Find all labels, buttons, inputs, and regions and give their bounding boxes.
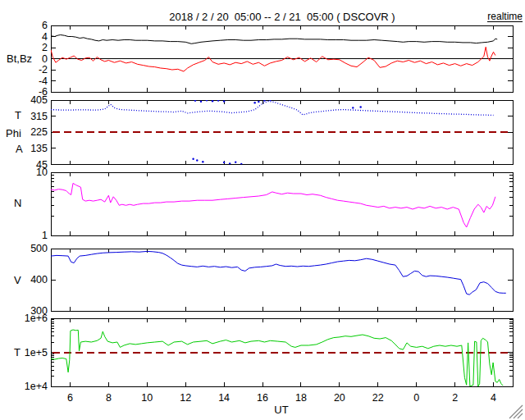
y-axis-label-phi: Phi [6, 127, 21, 139]
x-tick-label: 6 [67, 392, 73, 404]
x-tick-label: 4 [491, 392, 496, 404]
x-tick-label: 22 [372, 392, 384, 404]
y-tick-label: 225 [30, 126, 48, 138]
chart-title: 2018 / 2 / 20 05:00 -- 2 / 21 05:00 ( DS… [169, 11, 395, 23]
x-tick-label: 14 [218, 392, 230, 404]
series-point-Phi-scatter-low [202, 161, 203, 162]
series-point-Phi-scatter-low [223, 162, 225, 163]
y-axis-label-n: N [14, 197, 21, 209]
x-tick-label: 12 [180, 392, 191, 404]
series-point-Phi-scatter-high [258, 101, 259, 103]
y-tick-label: 0 [42, 53, 48, 65]
y-tick-label: 135 [30, 143, 48, 154]
y-tick-label: -4 [39, 75, 48, 87]
y-tick-label: 1e+5 [25, 347, 48, 358]
y-tick-label: 4 [42, 31, 48, 43]
x-axis-label: UT [274, 404, 288, 416]
y-tick-label: 10 [36, 167, 48, 178]
y-axis-label-t: T [14, 346, 21, 358]
y-tick-label: 1 [42, 230, 48, 241]
x-tick-label: 10 [141, 392, 153, 404]
y-tick-label: 1e+4 [25, 381, 48, 392]
y-axis-label-phi-a: A [16, 143, 23, 155]
y-tick-label: 2 [42, 42, 48, 53]
series-point-Phi-scatter-low [229, 162, 231, 164]
x-tick-label: 2 [452, 392, 458, 404]
series-point-Phi-scatter-high [212, 100, 213, 102]
series-point-Phi-scatter-high [200, 101, 202, 103]
series-point-Phi-scatter-high [223, 100, 225, 102]
series-point-Phi-scatter-high [253, 102, 255, 103]
y-tick-label: 315 [30, 111, 48, 122]
x-tick-label: 8 [106, 392, 112, 404]
chart-background [0, 0, 525, 420]
chart-canvas: 2018 / 2 / 20 05:00 -- 2 / 21 05:00 ( DS… [0, 0, 525, 420]
x-tick-label: 16 [257, 392, 268, 404]
x-tick-label: 0 [413, 392, 419, 404]
x-tick-label: 20 [334, 392, 345, 404]
y-axis-label-btbz: Bt,Bz [7, 52, 32, 65]
y-tick-label: 500 [30, 243, 48, 254]
y-tick-label: -2 [39, 64, 48, 75]
y-axis-label-v: V [14, 274, 21, 286]
realtime-link[interactable]: realtime [487, 11, 523, 22]
y-axis-label-phi-t: T [15, 109, 21, 121]
x-tick-label: 18 [295, 392, 307, 404]
y-tick-label: 405 [30, 94, 48, 106]
y-tick-label: 6 [42, 20, 48, 31]
series-point-Phi-scatter-low [235, 161, 236, 162]
series-point-Phi-scatter-high [359, 106, 361, 107]
series-point-Phi-scatter-high [352, 107, 354, 108]
y-tick-label: 400 [30, 274, 48, 285]
series-point-Phi-scatter-low [192, 158, 194, 160]
dscovr-plot-window: 2018 / 2 / 20 05:00 -- 2 / 21 05:00 ( DS… [0, 0, 525, 420]
series-point-Phi-scatter-low [196, 159, 198, 161]
y-tick-label: 1e+6 [25, 313, 48, 324]
